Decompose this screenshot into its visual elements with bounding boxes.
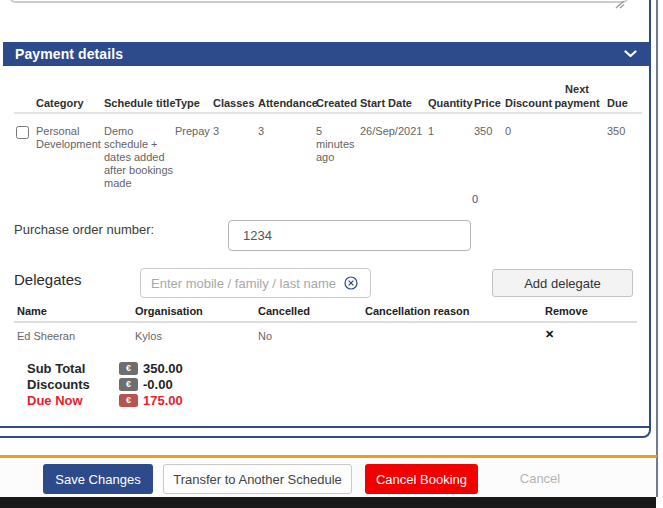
payment-details-header[interactable]: Payment details <box>3 42 649 66</box>
col-header-due: Due <box>607 96 628 110</box>
dg-col-remove: Remove <box>545 305 588 317</box>
cell-created: 5 minutes ago <box>316 125 356 164</box>
cell-price: 350 <box>474 125 492 138</box>
discounts-label: Discounts <box>27 377 90 392</box>
cell-due: 350 <box>607 125 625 138</box>
section-bottom-border <box>0 426 649 428</box>
dg-col-cancel-reason: Cancellation reason <box>365 305 470 317</box>
col-header-attendance: Attendance <box>258 96 318 110</box>
transfer-schedule-button[interactable]: Transfer to Another Schedule <box>163 464 352 494</box>
cell-category: Personal Development <box>36 125 100 151</box>
purchase-order-label: Purchase order number: <box>14 222 154 237</box>
delegate-cancelled: No <box>258 330 272 342</box>
cell-discount: 0 <box>505 125 511 138</box>
col-header-start-date: Start Date <box>360 96 412 110</box>
table-summary-zero: 0 <box>472 193 478 205</box>
booking-row-checkbox[interactable] <box>16 126 29 139</box>
chevron-down-icon[interactable] <box>624 50 637 58</box>
delegate-search-input[interactable] <box>140 268 371 298</box>
delegates-header-divider <box>14 321 637 323</box>
add-delegate-button[interactable]: Add delegate <box>492 269 633 297</box>
page-right-edge <box>656 0 658 497</box>
cell-quantity: 1 <box>428 125 434 138</box>
euro-badge: € <box>119 394 138 407</box>
cell-attendance: 3 <box>258 125 264 138</box>
purchase-order-input[interactable] <box>228 220 471 251</box>
due-now-label: Due Now <box>27 393 83 408</box>
save-changes-button[interactable]: Save Changes <box>43 464 153 494</box>
cancel-button[interactable]: Cancel <box>505 464 575 494</box>
col-header-created: Created <box>316 96 357 110</box>
remove-delegate-icon[interactable]: ✕ <box>545 328 554 341</box>
subtotal-label: Sub Total <box>27 361 85 376</box>
col-header-classes: Classes <box>213 96 255 110</box>
table-header-divider <box>14 112 642 114</box>
col-header-next-payment: Next payment <box>552 82 602 110</box>
due-now-value: 175.00 <box>143 393 183 408</box>
booking-modal-screen: Payment details Category Schedule title … <box>0 0 663 508</box>
euro-badge: € <box>119 362 138 375</box>
col-header-type: Type <box>175 96 200 110</box>
delegate-name: Ed Sheeran <box>17 330 75 342</box>
dg-col-name: Name <box>17 305 47 317</box>
col-header-category: Category <box>36 96 84 110</box>
subtotal-value: 350.00 <box>143 361 183 376</box>
delegates-label: Delegates <box>14 271 82 288</box>
dg-col-organisation: Organisation <box>135 305 203 317</box>
cell-start-date: 26/Sep/2021 <box>360 125 422 138</box>
col-header-price: Price <box>474 96 501 110</box>
col-header-discount: Discount <box>505 96 552 110</box>
cell-type: Prepay <box>175 125 210 138</box>
delegate-organisation: Kylos <box>135 330 162 342</box>
col-header-schedule: Schedule title <box>104 96 176 110</box>
dg-col-cancelled: Cancelled <box>258 305 310 317</box>
payment-details-title: Payment details <box>15 46 123 62</box>
discounts-value: -0.00 <box>143 377 173 392</box>
euro-badge: € <box>119 378 138 391</box>
clear-search-icon[interactable] <box>344 276 358 290</box>
bottom-taskbar <box>0 497 656 508</box>
col-header-quantity: Quantity <box>428 96 473 110</box>
cell-schedule: Demo schedule + dates added after bookin… <box>104 125 177 190</box>
cancel-booking-button[interactable]: Cancel Booking <box>365 464 478 494</box>
cell-classes: 3 <box>213 125 219 138</box>
